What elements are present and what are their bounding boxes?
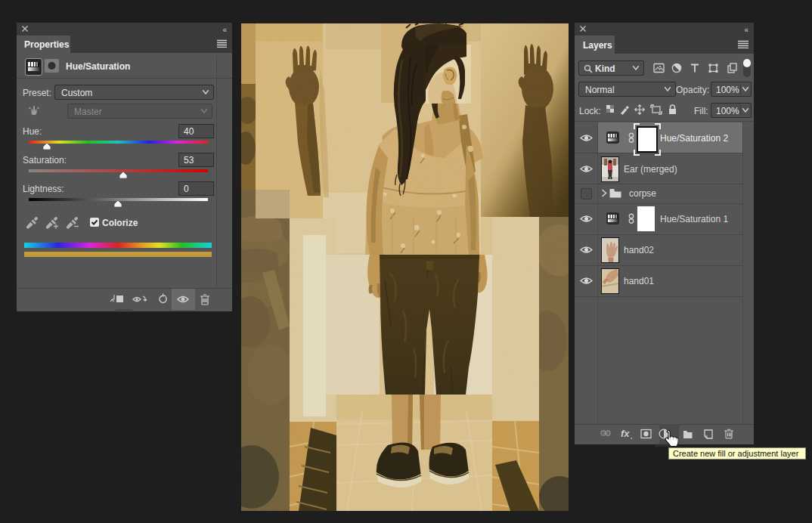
- svg-text:fx: fx: [621, 429, 630, 439]
